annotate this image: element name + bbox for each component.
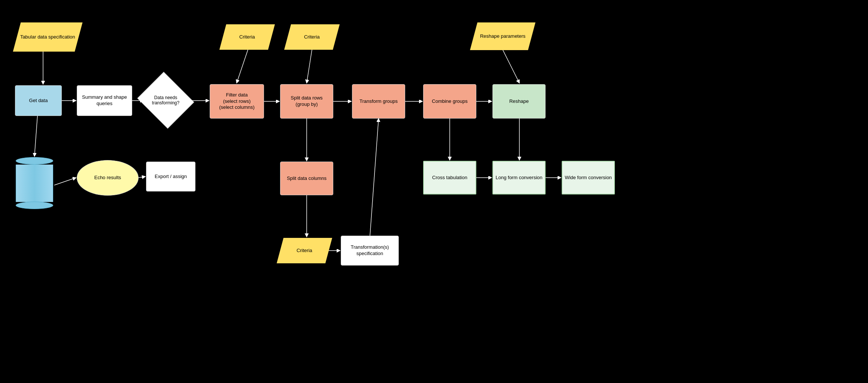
criteria2-shape: Criteria	[284, 24, 340, 50]
echo-results-shape: Echo results	[77, 160, 139, 196]
reshape-params-shape: Reshape parameters	[470, 22, 535, 50]
cross-tab-shape: Cross tabulation	[423, 161, 476, 194]
transform-spec-shape: Transformation(s) specification	[341, 236, 399, 266]
export-assign-shape: Export / assign	[146, 162, 195, 192]
diagram-container: Tabular data specification Criteria Crit…	[0, 0, 868, 383]
criteria1-label: Criteria	[239, 34, 255, 40]
criteria2-label: Criteria	[304, 34, 320, 40]
long-form-label: Long form conversion	[495, 175, 542, 181]
tabular-data-label: Tabular data specification	[20, 34, 75, 40]
svg-line-11	[503, 50, 519, 83]
summary-shape-shape: Summary and shape queries	[77, 85, 132, 116]
export-assign-label: Export / assign	[155, 174, 187, 180]
svg-line-12	[54, 178, 76, 185]
cylinder-top	[16, 157, 53, 165]
filter-data-shape: Filter data(select rows)(select columns)	[210, 84, 264, 119]
echo-results-label: Echo results	[94, 175, 121, 181]
get-data-shape: Get data	[15, 85, 62, 116]
criteria3-label: Criteria	[297, 248, 312, 254]
split-rows-label: Split data rows(group by)	[291, 95, 322, 108]
cylinder-bottom	[16, 202, 53, 209]
svg-line-22	[34, 116, 37, 156]
svg-line-5	[237, 50, 248, 83]
split-columns-label: Split data columns	[287, 175, 327, 182]
cross-tab-label: Cross tabulation	[432, 175, 467, 181]
datasets-cylinder: Datasets	[16, 157, 53, 217]
transform-spec-label: Transformation(s) specification	[341, 244, 398, 257]
wide-form-shape: Wide form conversion	[562, 161, 615, 194]
svg-line-17	[370, 119, 379, 236]
split-rows-shape: Split data rows(group by)	[280, 84, 333, 119]
tabular-data-shape: Tabular data specification	[13, 22, 83, 52]
cylinder-body	[16, 165, 53, 202]
split-columns-shape: Split data columns	[280, 162, 333, 195]
combine-groups-shape: Combine groups	[423, 84, 476, 119]
wide-form-label: Wide form conversion	[565, 175, 612, 181]
summary-shape-label: Summary and shape queries	[77, 94, 132, 107]
reshape-params-label: Reshape parameters	[480, 33, 525, 40]
reshape-shape: Reshape	[492, 84, 546, 119]
criteria3-shape: Criteria	[277, 238, 332, 263]
data-needs-shape: Data needs transforming?	[144, 82, 187, 119]
criteria1-shape: Criteria	[219, 24, 275, 50]
svg-line-13	[139, 177, 145, 178]
svg-line-7	[307, 50, 312, 83]
long-form-shape: Long form conversion	[492, 161, 546, 194]
get-data-label: Get data	[29, 98, 48, 104]
combine-groups-label: Combine groups	[432, 98, 467, 105]
data-needs-label: Data needs transforming?	[144, 82, 187, 119]
transform-groups-label: Transform groups	[359, 98, 398, 105]
reshape-label: Reshape	[509, 98, 529, 105]
filter-data-label: Filter data(select rows)(select columns)	[219, 92, 255, 111]
datasets-label: Datasets	[25, 211, 44, 217]
transform-groups-shape: Transform groups	[352, 84, 405, 119]
